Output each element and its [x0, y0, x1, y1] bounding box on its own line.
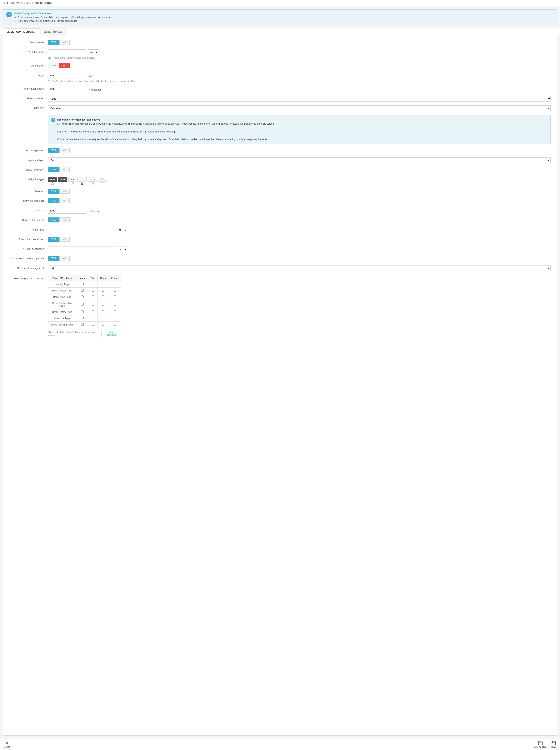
header-checkbox[interactable] — [81, 317, 84, 319]
nav-type-5: ←→ — [88, 177, 97, 185]
slider-title-control: en — [48, 227, 551, 233]
auto-height-control: YES NO — [48, 63, 551, 68]
top-checkbox[interactable] — [92, 289, 95, 292]
top-checkbox[interactable] — [92, 317, 95, 319]
slider-size-control: Full Width Container Custom — [48, 105, 551, 111]
info-title: Slider Configuration Guidelines: — [14, 12, 112, 15]
show-slider-content-separator-control: YES NO — [48, 256, 551, 261]
auto-run-yes[interactable]: YES — [48, 189, 59, 194]
table-row: Guest Tracking Page — [48, 322, 121, 328]
col-pages: Pages / Positions — [48, 275, 76, 281]
auto-height-yes[interactable]: YES — [48, 63, 59, 68]
enable-slider-yes[interactable]: YES — [48, 40, 59, 45]
auto-run-no[interactable]: NO — [59, 189, 69, 194]
top-checkbox[interactable] — [92, 283, 95, 285]
slider-name-input-row: en — [48, 49, 551, 55]
tab-slider-configuration[interactable]: SLIDER CONFIGURATION — [3, 28, 40, 35]
show-slider-content-control: YES NO — [48, 218, 551, 222]
show-slider-content-label: Show slider content — [9, 218, 48, 222]
footer-checkbox[interactable] — [114, 303, 116, 305]
height-input[interactable] — [48, 73, 86, 78]
pagination-type-select[interactable]: Dots Numbers — [48, 158, 551, 163]
home-checkbox[interactable] — [102, 296, 104, 298]
tab-slider-images[interactable]: SLIDER IMAGES — [40, 28, 66, 35]
show-progress-bar-row: Show progress bar YES NO — [9, 198, 551, 204]
save-and-stay-button[interactable]: 💾 Save And Stay — [534, 741, 547, 748]
show-pagination-control: YES NO — [48, 148, 551, 153]
header-checkbox[interactable] — [81, 283, 84, 285]
home-checkbox[interactable] — [102, 283, 104, 285]
header-checkbox[interactable] — [81, 289, 84, 292]
show-slider-description-no[interactable]: NO — [59, 237, 69, 242]
top-cell — [89, 315, 98, 322]
top-checkbox[interactable] — [92, 296, 95, 298]
show-slider-content-no[interactable]: NO — [59, 218, 69, 222]
interval-input[interactable] — [48, 208, 86, 214]
header-checkbox[interactable] — [81, 323, 84, 326]
view-positions-button[interactable]: View positions — [102, 330, 121, 337]
slider-size-select[interactable]: Full Width Container Custom — [48, 105, 551, 111]
nav-type-6: <> — [98, 177, 106, 185]
slider-description-lang[interactable]: en — [117, 246, 127, 252]
nav-type-radio-5[interactable] — [91, 182, 94, 185]
top-checkbox[interactable] — [92, 310, 95, 313]
top-checkbox[interactable] — [92, 303, 95, 305]
positions-table: Pages / Positions Header Top Home Footer… — [48, 275, 121, 328]
show-progress-bar-no[interactable]: NO — [59, 198, 69, 203]
top-checkbox[interactable] — [92, 323, 95, 326]
show-slider-content-separator-no[interactable]: NO — [59, 256, 69, 261]
top-bar: ⚙ FRONT PAGE SLIDE SHOW SETTINGS — [0, 0, 560, 6]
auto-height-no[interactable]: NO — [59, 63, 69, 68]
animation-speed-input[interactable] — [48, 86, 86, 92]
page-cell: Checkout Page — [48, 315, 76, 322]
show-progress-bar-yes[interactable]: YES — [48, 198, 59, 203]
footer-checkbox[interactable] — [114, 289, 116, 292]
save-button[interactable]: 💾 Save — [551, 741, 556, 748]
show-pagination-yes[interactable]: YES — [48, 148, 59, 153]
header-checkbox[interactable] — [81, 303, 84, 305]
nav-type-4: ←→ — [77, 177, 86, 185]
show-navigation-toggle: YES NO — [48, 167, 551, 172]
footer-checkbox[interactable] — [114, 323, 116, 326]
show-progress-bar-label: Show progress bar — [9, 198, 48, 202]
nav-type-radio-1[interactable] — [51, 182, 54, 185]
nav-type-radio-2[interactable] — [62, 182, 64, 185]
show-navigation-no[interactable]: NO — [59, 167, 69, 172]
footer-checkbox[interactable] — [114, 283, 116, 285]
slider-content-alignment-row: Slider content alignment Left Center Rig… — [9, 265, 551, 272]
home-checkbox[interactable] — [102, 323, 104, 326]
footer-cell — [109, 287, 121, 294]
header-cell — [76, 281, 89, 287]
home-checkbox[interactable] — [102, 289, 104, 292]
slider-name-lang[interactable]: en — [88, 49, 98, 55]
header-checkbox[interactable] — [81, 296, 84, 298]
page-cell: Guest Tracking Page — [48, 322, 76, 328]
show-slider-description-yes[interactable]: YES — [48, 237, 59, 242]
home-checkbox[interactable] — [102, 303, 104, 305]
slider-title-lang[interactable]: en — [117, 227, 127, 233]
nav-arrow-box-1: ◄► — [48, 177, 57, 182]
nav-type-radio-6[interactable] — [101, 182, 103, 185]
show-slider-content-yes[interactable]: YES — [48, 218, 59, 222]
header-checkbox[interactable] — [81, 310, 84, 313]
enable-slider-no[interactable]: NO — [59, 40, 69, 45]
footer-checkbox[interactable] — [114, 317, 116, 319]
slider-animation-select[interactable]: Fade Slide — [48, 96, 551, 102]
show-navigation-yes[interactable]: YES — [48, 167, 59, 172]
slider-title-input[interactable] — [48, 227, 115, 233]
slider-content-alignment-select[interactable]: Left Center Right — [48, 265, 551, 271]
nav-type-radio-4[interactable] — [81, 182, 83, 185]
height-unit: pixels — [88, 74, 94, 78]
show-pagination-no[interactable]: NO — [59, 148, 69, 153]
home-checkbox[interactable] — [102, 317, 104, 319]
slider-animation-row: Slider animation Fade Slide — [9, 96, 551, 102]
home-checkbox[interactable] — [102, 310, 104, 313]
show-slider-content-separator-yes[interactable]: YES — [48, 256, 59, 261]
footer-checkbox[interactable] — [114, 310, 116, 313]
cancel-button[interactable]: ✕ Cancel — [4, 741, 11, 748]
footer-checkbox[interactable] — [114, 296, 116, 298]
slider-name-input[interactable] — [48, 49, 86, 55]
slider-description-input[interactable] — [48, 246, 115, 252]
select-pages-positions-row: Select Pages and Positions Pages / Posit… — [9, 275, 551, 337]
nav-type-radio-3[interactable] — [71, 182, 74, 185]
